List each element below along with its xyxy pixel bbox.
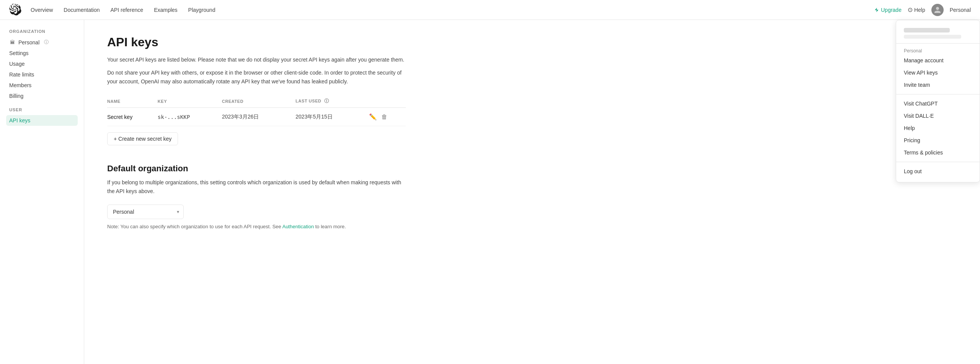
user-icon <box>934 6 941 14</box>
dropdown-visit-dalle[interactable]: Visit DALL·E <box>896 110 980 122</box>
help-circle-icon: ⊙ <box>908 6 913 13</box>
table-row: Secret key sk-...sKKP 2023年3月26日 2023年5月… <box>107 108 406 126</box>
help-button[interactable]: ⊙ Help <box>908 6 925 13</box>
org-section-title: ORGANIZATION <box>6 29 78 34</box>
key-last-used: 2023年5月15日 <box>296 108 369 126</box>
authentication-link[interactable]: Authentication <box>282 224 314 229</box>
nav-documentation[interactable]: Documentation <box>64 7 100 13</box>
nav-playground[interactable]: Playground <box>188 7 216 13</box>
org-select-wrapper: Personal ▾ <box>107 205 184 219</box>
note-text: Note: You can also specify which organiz… <box>107 224 406 229</box>
col-actions <box>369 95 406 108</box>
description-2: Do not share your API key with others, o… <box>107 68 406 86</box>
sidebar-item-billing[interactable]: Billing <box>6 91 78 101</box>
sidebar: ORGANIZATION 🏛 Personal ⓘ Settings Usage… <box>0 20 84 364</box>
nav-links: Overview Documentation API reference Exa… <box>31 7 874 13</box>
nav-overview[interactable]: Overview <box>31 7 53 13</box>
info-circle-icon: ⓘ <box>44 39 49 46</box>
dropdown-invite-team[interactable]: Invite team <box>896 79 980 91</box>
col-created: CREATED <box>222 95 296 108</box>
dropdown-section-personal: Personal <box>896 47 980 54</box>
personal-label[interactable]: Personal <box>950 7 971 13</box>
last-used-info-icon[interactable]: ⓘ <box>324 98 329 104</box>
default-org-desc: If you belong to multiple organizations,… <box>107 178 406 195</box>
nav-examples[interactable]: Examples <box>154 7 177 13</box>
dropdown-help[interactable]: Help <box>896 122 980 134</box>
dropdown-logout[interactable]: Log out <box>896 165 980 177</box>
sidebar-item-members[interactable]: Members <box>6 80 78 91</box>
dropdown-visit-chatgpt[interactable]: Visit ChatGPT <box>896 98 980 110</box>
user-section-title: USER <box>6 107 78 112</box>
description-1: Your secret API keys are listed below. P… <box>107 55 406 64</box>
dropdown-user-name <box>904 28 950 32</box>
dropdown-pricing[interactable]: Pricing <box>896 134 980 146</box>
edit-icon[interactable]: ✏️ <box>369 113 377 120</box>
openai-logo[interactable] <box>9 4 21 16</box>
delete-icon[interactable]: 🗑 <box>381 114 387 120</box>
row-actions: ✏️ 🗑 <box>369 113 406 120</box>
dropdown-terms-policies[interactable]: Terms & policies <box>896 146 980 159</box>
sidebar-item-settings[interactable]: Settings <box>6 48 78 58</box>
main-content: API keys Your secret API keys are listed… <box>84 20 429 364</box>
col-key: KEY <box>158 95 222 108</box>
dropdown-divider-2 <box>896 162 980 162</box>
api-keys-table: NAME KEY CREATED LAST USED ⓘ Secret key … <box>107 95 406 126</box>
create-secret-key-button[interactable]: + Create new secret key <box>107 132 178 145</box>
nav-api-reference[interactable]: API reference <box>111 7 144 13</box>
sidebar-item-usage[interactable]: Usage <box>6 58 78 69</box>
key-name: Secret key <box>107 108 158 126</box>
sidebar-item-api-keys[interactable]: API keys <box>6 115 78 126</box>
dropdown-divider-1 <box>896 94 980 94</box>
col-last-used: LAST USED ⓘ <box>296 95 369 108</box>
default-org-title: Default organization <box>107 164 406 174</box>
dropdown-view-api-keys[interactable]: View API keys <box>896 67 980 79</box>
page-title: API keys <box>107 35 406 49</box>
top-navigation: Overview Documentation API reference Exa… <box>0 0 980 20</box>
lightning-icon <box>874 7 879 13</box>
avatar[interactable] <box>931 4 944 16</box>
dropdown-user-email <box>904 35 961 39</box>
upgrade-button[interactable]: Upgrade <box>874 7 902 13</box>
building-icon: 🏛 <box>9 39 15 46</box>
col-name: NAME <box>107 95 158 108</box>
topnav-right: Upgrade ⊙ Help Personal <box>874 4 971 16</box>
org-select[interactable]: Personal <box>107 205 184 219</box>
account-dropdown: Personal Manage account View API keys In… <box>896 20 980 182</box>
dropdown-header <box>896 25 980 44</box>
key-created: 2023年3月26日 <box>222 108 296 126</box>
sidebar-item-personal[interactable]: 🏛 Personal ⓘ <box>6 37 78 48</box>
sidebar-item-rate-limits[interactable]: Rate limits <box>6 69 78 80</box>
page-layout: ORGANIZATION 🏛 Personal ⓘ Settings Usage… <box>0 20 980 364</box>
key-value: sk-...sKKP <box>158 108 222 126</box>
dropdown-manage-account[interactable]: Manage account <box>896 54 980 67</box>
